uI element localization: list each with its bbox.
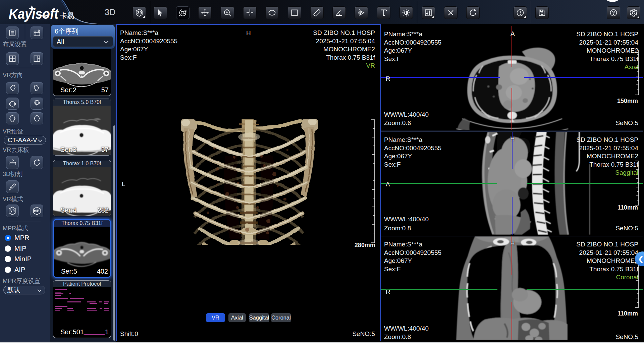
svg-text:卡易: 卡易 [60,12,74,19]
